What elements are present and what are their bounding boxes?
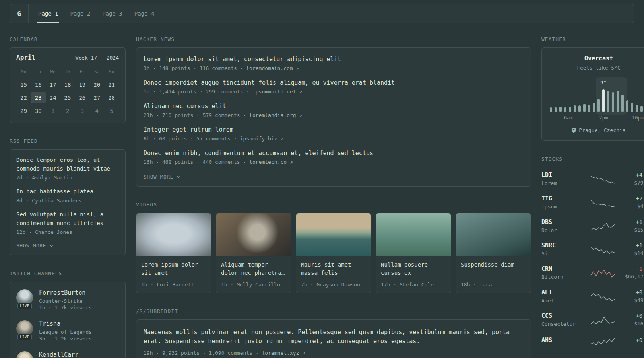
hn-item-title[interactable]: Integer eget rutrum lorem — [144, 126, 524, 133]
hn-item-title[interactable]: Aliquam nec cursus elit — [144, 103, 524, 110]
stock-ticker[interactable]: AET — [541, 289, 586, 296]
twitch-channel[interactable]: LIVEForrestBurtonCounter-Strike1h · 1.7k… — [16, 289, 119, 311]
video-thumbnail[interactable] — [296, 213, 371, 256]
twitch-avatar: LIVE — [16, 320, 33, 337]
hn-item-title[interactable]: Lorem ipsum dolor sit amet, consectetur … — [144, 56, 524, 63]
stock-row[interactable]: AETAmet+0.92%$499.72 — [541, 284, 644, 308]
rss-item-meta: 8d · Cynthia Saunders — [16, 198, 119, 204]
stock-row[interactable]: CCSConsectetur+0.51%$165.84 — [541, 308, 644, 331]
video-title[interactable]: Suspendisse diam — [461, 261, 526, 277]
hn-item-domain[interactable]: ipsumify.biz — [240, 136, 281, 142]
rss-item-title[interactable]: Sed volutpat nulla nisl, a condimentum n… — [16, 210, 119, 228]
video-card[interactable]: Nullam posuere cursus ex17h · Stefan Col… — [376, 213, 451, 293]
rss-item-meta: 7d · Ashlyn Martin — [16, 175, 119, 181]
twitch-game: Counter-Strike — [39, 298, 92, 304]
twitch-channel-info: ForrestBurtonCounter-Strike1h · 1.7k vie… — [39, 289, 92, 311]
twitch-avatar: LIVE — [16, 289, 33, 306]
subreddit-post-domain[interactable]: loremnet.xyz — [262, 350, 299, 356]
calendar-date: 22 — [16, 92, 31, 103]
stock-row[interactable]: IIGIpsum+2.84%$42.04 — [541, 191, 644, 214]
subreddit-post-title[interactable]: Maecenas mollis pulvinar erat non posuer… — [144, 328, 524, 346]
videos-widget: VIDEOS Lorem ipsum dolor sit amet consec… — [136, 202, 531, 293]
stock-price: $499.72 — [619, 297, 644, 303]
video-card[interactable]: Lorem ipsum dolor sit amet consectetu…1h… — [136, 213, 211, 293]
live-badge: LIVE — [17, 303, 32, 309]
weather-bar — [621, 95, 624, 112]
stock-ticker[interactable]: CCS — [541, 312, 586, 319]
twitch-channel-name[interactable]: ForrestBurton — [39, 289, 92, 296]
stock-change: +1.42% — [619, 219, 644, 225]
calendar-day-header: Su — [104, 69, 119, 74]
video-title[interactable]: Lorem ipsum dolor sit amet consectetu… — [141, 261, 206, 277]
calendar-widget: CALENDAR April Week 17 · 2024 MoTuWeThFr… — [10, 36, 126, 123]
stock-name: Ipsum — [541, 204, 586, 210]
video-title[interactable]: Mauris sit amet massa felis — [301, 261, 366, 277]
hn-item-domain[interactable]: loremtech.co — [249, 159, 290, 165]
twitch-channel[interactable]: LIVEKendallCarr — [16, 351, 119, 358]
tab-page-4[interactable]: Page 4 — [134, 4, 155, 23]
stock-change: +0.51% — [619, 313, 644, 319]
hn-item: Donec enim nibh, condimentum et accumsan… — [144, 150, 524, 165]
weather-bar — [617, 91, 619, 112]
stock-change: -1.00% — [619, 266, 644, 272]
video-title[interactable]: Nullam posuere cursus ex — [381, 261, 446, 277]
rss-show-more-button[interactable]: SHOW MORE — [16, 243, 54, 249]
hn-show-more-button[interactable]: SHOW MORE — [144, 174, 181, 180]
stock-row[interactable]: CRNBitcorn-1.00%$66,171.48 — [541, 261, 644, 284]
twitch-channel-name[interactable]: Trisha — [39, 320, 92, 327]
rss-show-more-label: SHOW MORE — [16, 243, 46, 249]
video-card[interactable]: Mauris sit amet massa felis7h · Grayson … — [296, 213, 371, 293]
twitch-channel-name[interactable]: KendallCarr — [39, 351, 78, 358]
weather-location-label: Prague, Czechia — [579, 127, 625, 133]
tab-page-3[interactable]: Page 3 — [101, 4, 123, 23]
tab-page-1[interactable]: Page 1 — [37, 4, 59, 23]
stock-change: +0.92% — [619, 289, 644, 296]
video-thumbnail[interactable] — [216, 213, 291, 256]
hn-list: Lorem ipsum dolor sit amet, consectetur … — [144, 56, 524, 165]
calendar-dates: 1516171819202122232425262728293012345 — [16, 79, 119, 116]
stock-ticker[interactable]: SNRC — [541, 242, 586, 249]
weather-bar — [602, 89, 605, 112]
calendar-date: 1 — [46, 105, 60, 116]
stock-row[interactable]: DBSDolor+1.42%$156.28 — [541, 214, 644, 237]
weather-bar — [583, 104, 586, 112]
calendar-day-header: Fr — [75, 69, 89, 74]
video-caption: Lorem ipsum dolor sit amet consectetu…1h… — [136, 256, 211, 293]
weather-bar — [640, 106, 643, 112]
video-title[interactable]: Aliquam tempor dolor nec pharetra… — [221, 261, 286, 277]
hn-item-title[interactable]: Donec enim nibh, condimentum et accumsan… — [144, 150, 524, 157]
tab-page-2[interactable]: Page 2 — [70, 4, 91, 23]
stock-info: IIGIpsum — [541, 195, 586, 210]
rss-item-title[interactable]: In hac habitasse platea — [16, 187, 119, 196]
hn-item-domain[interactable]: loremdomain.com — [246, 65, 296, 71]
stock-row[interactable]: AHS+0.46% — [541, 331, 644, 350]
stock-row[interactable]: SNRCSit+1.36%$148.64 — [541, 237, 644, 261]
rss-item-title[interactable]: Donec tempor eros leo, ut commodo mauris… — [16, 156, 119, 173]
twitch-channel[interactable]: LIVETrishaLeague of Legends3h · 1.2k vie… — [16, 320, 119, 342]
stocks-widget: STOCKS LDILorem+4.35%$795.18IIGIpsum+2.8… — [541, 156, 644, 350]
stock-price: $148.64 — [619, 250, 644, 256]
stock-ticker[interactable]: LDI — [541, 171, 586, 179]
hn-item-domain[interactable]: loremlandia.org — [249, 112, 299, 118]
section-title-stocks: STOCKS — [541, 156, 644, 162]
twitch-widget: TWITCH CHANNELS LIVEForrestBurtonCounter… — [10, 270, 126, 358]
stock-row[interactable]: LDILorem+4.35%$795.18 — [541, 167, 644, 191]
video-card[interactable]: Suspendisse diam18h · Tara — [456, 213, 531, 293]
stock-ticker[interactable]: CRN — [541, 265, 586, 272]
hn-item: Integer eget rutrum lorem6h · 60 points … — [144, 126, 524, 142]
stock-ticker[interactable]: DBS — [541, 218, 586, 226]
stock-name: Lorem — [541, 180, 586, 186]
stock-ticker[interactable]: IIG — [541, 195, 586, 202]
stock-values: +4.35%$795.18 — [619, 172, 644, 186]
stock-ticker[interactable]: AHS — [541, 337, 586, 344]
video-card[interactable]: Aliquam tempor dolor nec pharetra…1h · M… — [216, 213, 291, 293]
video-thumbnail[interactable] — [136, 213, 211, 256]
left-column: CALENDAR April Week 17 · 2024 MoTuWeThFr… — [10, 36, 126, 358]
hn-item-title[interactable]: Donec imperdiet augue tincidunt felis al… — [144, 79, 524, 86]
stock-name: Consectetur — [541, 321, 586, 327]
stock-price: $156.28 — [619, 227, 644, 233]
video-thumbnail[interactable] — [456, 213, 531, 256]
app-logo[interactable]: G — [10, 4, 29, 23]
video-thumbnail[interactable] — [376, 213, 451, 256]
hn-item-domain[interactable]: ipsumworld.net — [252, 89, 299, 95]
